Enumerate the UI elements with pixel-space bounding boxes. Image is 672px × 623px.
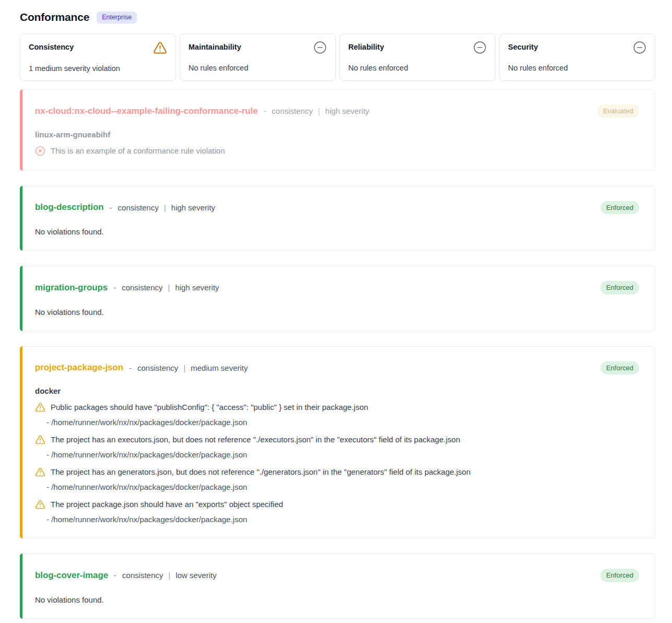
rule-name: nx-cloud:nx-cloud--example-failing-confo… <box>35 106 258 116</box>
rule-status-text: No violations found. <box>35 227 639 236</box>
summary-row: Consistency 1 medium severity violation … <box>20 33 655 81</box>
rules-list: nx-cloud:nx-cloud--example-failing-confo… <box>20 89 655 619</box>
rule-separator: - <box>129 363 132 372</box>
violation-item: The project has an executors.json, but d… <box>35 435 639 459</box>
rule-status-text: No violations found. <box>35 595 639 604</box>
rule-status-text: No violations found. <box>35 308 639 316</box>
rule-category: consistency <box>118 203 159 212</box>
rule-project-group: docker <box>35 386 639 395</box>
rule-status-badge: Evaluated <box>597 104 639 118</box>
page-title: Conformance <box>20 11 89 23</box>
rule-separator: - <box>113 283 116 292</box>
violation-message: Public packages should have "publishConf… <box>51 403 368 413</box>
warning-triangle-icon <box>153 41 167 55</box>
violation-item: The project package.json should have an … <box>35 500 639 524</box>
plan-badge: Enterprise <box>97 11 137 23</box>
rule-card: nx-cloud:nx-cloud--example-failing-confo… <box>20 89 655 171</box>
rule-status-badge: Enforced <box>600 201 639 215</box>
rule-pipe: | <box>318 107 320 115</box>
rule-category: consistency <box>122 571 163 580</box>
rule-pipe: | <box>164 203 166 212</box>
rule-category: consistency <box>272 107 313 115</box>
violation-path: - /home/runner/work/nx/nx/packages/docke… <box>35 515 639 524</box>
circle-minus-icon <box>473 41 487 54</box>
summary-card-title: Security <box>508 41 538 51</box>
rule-severity: high severity <box>325 107 369 115</box>
rule-status-badge: Enforced <box>600 569 639 582</box>
rule-status-badge: Enforced <box>600 361 639 375</box>
warning-triangle-icon <box>35 434 45 445</box>
violation-path: - /home/runner/work/nx/nx/packages/docke… <box>35 418 639 427</box>
summary-card-status: No rules enforced <box>508 64 646 72</box>
summary-card: Security No rules enforced <box>499 33 655 81</box>
violation-message: The project has an generators.json, but … <box>51 467 470 477</box>
rule-name: migration-groups <box>35 283 108 293</box>
rule-name: project-package-json <box>35 362 123 373</box>
violations-list: Public packages should have "publishConf… <box>35 403 639 524</box>
summary-card-status: No rules enforced <box>348 64 487 72</box>
rule-name: blog-cover-image <box>35 570 108 581</box>
rule-card: blog-cover-image - consistency | low sev… <box>20 554 655 619</box>
conformance-page: Conformance Enterprise Consistency 1 med… <box>0 0 672 619</box>
warning-triangle-icon <box>35 499 45 510</box>
summary-card-title: Consistency <box>29 41 74 51</box>
violations-list: This is an example of a conformance rule… <box>35 146 639 156</box>
rule-pipe: | <box>168 571 170 580</box>
page-header: Conformance Enterprise <box>20 11 655 23</box>
violation-item: This is an example of a conformance rule… <box>35 146 639 156</box>
circle-minus-icon <box>633 41 646 54</box>
rule-pipe: | <box>183 363 185 372</box>
violation-path: - /home/runner/work/nx/nx/packages/docke… <box>35 450 639 459</box>
summary-card: Reliability No rules enforced <box>339 33 496 81</box>
summary-card-status: 1 medium severity violation <box>29 64 167 73</box>
rule-project-group: linux-arm-gnueabihf <box>35 130 639 139</box>
warning-triangle-icon <box>35 402 45 413</box>
violation-message: The project package.json should have an … <box>51 500 283 510</box>
violation-item: The project has an generators.json, but … <box>35 467 639 491</box>
circle-x-icon <box>35 146 45 156</box>
rule-category: consistency <box>137 363 178 372</box>
rule-separator: - <box>114 571 116 580</box>
rule-severity: high severity <box>171 203 215 212</box>
summary-card-status: No rules enforced <box>188 64 327 72</box>
circle-minus-icon <box>313 41 327 54</box>
rule-category: consistency <box>122 283 162 292</box>
summary-card: Consistency 1 medium severity violation <box>20 33 176 81</box>
rule-status-badge: Enforced <box>600 281 639 295</box>
violation-message: The project has an executors.json, but d… <box>51 435 460 445</box>
summary-card: Maintainability No rules enforced <box>180 33 336 81</box>
rule-pipe: | <box>168 283 170 292</box>
rule-severity: low severity <box>175 571 216 580</box>
rule-severity: high severity <box>175 283 219 292</box>
summary-card-title: Reliability <box>348 41 384 51</box>
rule-separator: - <box>264 107 266 115</box>
rule-name: blog-description <box>35 202 104 213</box>
violation-message: This is an example of a conformance rule… <box>51 146 225 156</box>
rule-severity: medium severity <box>191 363 247 372</box>
violation-item: Public packages should have "publishConf… <box>35 403 639 427</box>
rule-card: migration-groups - consistency | high se… <box>20 266 655 331</box>
violation-path: - /home/runner/work/nx/nx/packages/docke… <box>35 483 639 491</box>
warning-triangle-icon <box>35 467 45 477</box>
summary-card-title: Maintainability <box>188 41 241 51</box>
rule-separator: - <box>110 203 112 212</box>
rule-card: project-package-json - consistency | med… <box>20 346 655 539</box>
rule-card: blog-description - consistency | high se… <box>20 186 655 251</box>
